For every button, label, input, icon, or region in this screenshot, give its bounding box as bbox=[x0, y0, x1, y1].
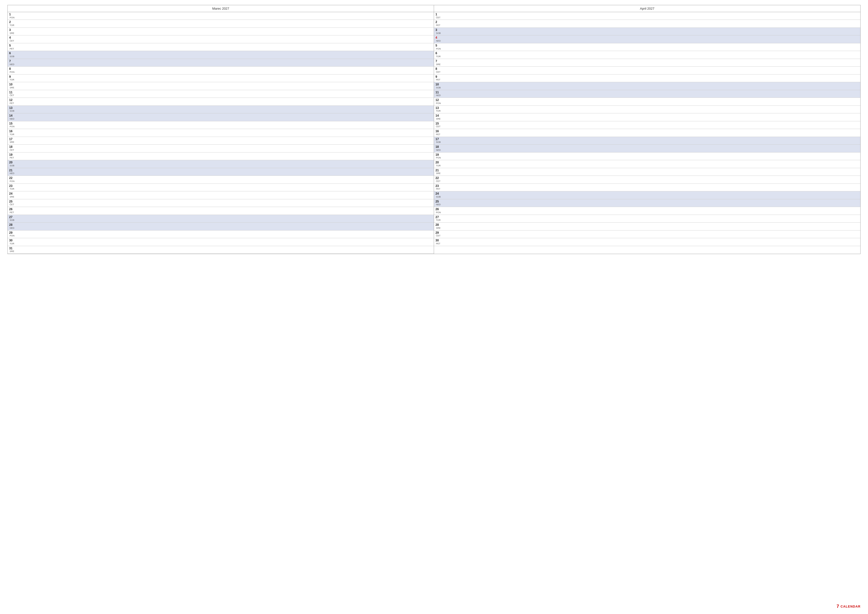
day-number: 21 bbox=[436, 169, 441, 173]
day-row: 1ČET bbox=[434, 12, 860, 20]
day-label: ČET bbox=[10, 40, 14, 43]
day-row: 26PET bbox=[8, 207, 434, 215]
day-info: 20TOR bbox=[436, 161, 441, 167]
day-row: 24SOB bbox=[434, 191, 860, 199]
day-row: 28SRE bbox=[434, 222, 860, 230]
day-row: 29PON bbox=[8, 230, 434, 238]
day-info: 17SOB bbox=[436, 137, 441, 144]
day-row: 31SRE bbox=[8, 246, 434, 254]
day-number: 20 bbox=[9, 161, 14, 165]
day-row: 9PET bbox=[434, 75, 860, 82]
day-label: PON bbox=[436, 48, 441, 51]
day-info: 12PON bbox=[436, 98, 441, 105]
brand-icon: 7 bbox=[837, 604, 839, 609]
day-row: 22ČET bbox=[434, 176, 860, 183]
day-info: 14NED bbox=[9, 114, 14, 120]
day-label: PET bbox=[10, 102, 14, 105]
day-row: 13SOB bbox=[8, 106, 434, 113]
day-number: 30 bbox=[436, 239, 440, 242]
day-number: 2 bbox=[9, 20, 14, 24]
day-row: 30PET bbox=[434, 238, 860, 246]
day-number: 26 bbox=[436, 207, 441, 211]
day-label: PET bbox=[436, 188, 440, 191]
day-info: 19PET bbox=[9, 153, 14, 159]
day-label: TOR bbox=[436, 56, 441, 58]
day-number: 4 bbox=[436, 36, 441, 40]
day-label: SRE bbox=[10, 87, 14, 89]
month-col-1: April 20271ČET2PET3SOB4NED5PON6TOR7SRE8Č… bbox=[434, 5, 860, 254]
day-label: SRE bbox=[436, 172, 441, 175]
day-label: ČET bbox=[436, 180, 440, 183]
day-number: 24 bbox=[436, 192, 441, 196]
day-info: 26PON bbox=[436, 207, 441, 214]
day-label: TOR bbox=[10, 79, 14, 81]
day-number: 4 bbox=[9, 36, 14, 40]
day-label: PET bbox=[10, 211, 14, 214]
day-info: 14SRE bbox=[436, 114, 441, 120]
branding: 7 CALENDAR bbox=[837, 604, 860, 609]
day-info: 10SRE bbox=[9, 83, 14, 89]
day-number: 28 bbox=[436, 223, 441, 227]
day-info: 23PET bbox=[436, 184, 440, 191]
day-info: 31SRE bbox=[9, 247, 14, 253]
day-number: 17 bbox=[436, 137, 441, 141]
calendar-grid: Marec 20271PON2TOR3SRE4ČET5PET6SOB7NED8P… bbox=[8, 5, 860, 254]
day-label: SRE bbox=[436, 118, 441, 121]
day-row: 1PON bbox=[8, 12, 434, 20]
day-number: 26 bbox=[9, 207, 14, 211]
day-row: 20SOB bbox=[8, 160, 434, 168]
day-row: 3SOB bbox=[434, 28, 860, 36]
day-info: 10SOB bbox=[436, 83, 441, 89]
day-label: SOB bbox=[436, 32, 441, 35]
day-number: 23 bbox=[436, 184, 440, 188]
day-info: 16TOR bbox=[9, 129, 14, 136]
day-info: 15ČET bbox=[436, 122, 440, 128]
day-label: PET bbox=[10, 48, 14, 51]
day-row: 27TOR bbox=[434, 215, 860, 222]
day-row: 16TOR bbox=[8, 129, 434, 137]
day-number: 30 bbox=[9, 239, 14, 242]
day-info: 13SOB bbox=[9, 106, 14, 113]
month-header-1: April 2027 bbox=[434, 5, 860, 12]
day-info: 16PET bbox=[436, 129, 440, 136]
day-number: 8 bbox=[436, 67, 440, 71]
day-label: PET bbox=[436, 79, 440, 81]
day-number: 6 bbox=[436, 51, 441, 56]
day-number: 14 bbox=[436, 114, 441, 118]
day-row: 23PET bbox=[434, 184, 860, 191]
day-row: 7NED bbox=[8, 59, 434, 67]
day-row: 15PON bbox=[8, 121, 434, 129]
day-info: 2PET bbox=[436, 20, 440, 27]
day-info: 8PON bbox=[9, 67, 15, 73]
day-info: 9PET bbox=[436, 75, 440, 81]
day-info: 15PON bbox=[9, 122, 15, 128]
day-row: 8PON bbox=[8, 67, 434, 74]
day-number: 6 bbox=[9, 51, 14, 56]
day-info: 21SRE bbox=[436, 169, 441, 175]
day-label: TOR bbox=[10, 134, 14, 136]
day-row: 2TOR bbox=[8, 20, 434, 28]
day-info: 11NED bbox=[436, 91, 441, 97]
month-header-0: Marec 2027 bbox=[8, 5, 434, 12]
day-number: 15 bbox=[436, 122, 440, 126]
day-number: 5 bbox=[9, 44, 14, 48]
day-row: 18NED bbox=[434, 145, 860, 152]
day-info: 3SRE bbox=[9, 28, 14, 35]
day-info: 24SOB bbox=[436, 192, 441, 198]
day-number: 10 bbox=[436, 83, 441, 87]
day-number: 28 bbox=[9, 223, 14, 227]
day-row: 20TOR bbox=[434, 160, 860, 168]
day-number: 20 bbox=[436, 161, 441, 165]
day-info: 22PON bbox=[9, 176, 15, 183]
day-info: 4ČET bbox=[9, 36, 14, 42]
day-info: 28SRE bbox=[436, 223, 441, 230]
day-label: PET bbox=[436, 24, 440, 27]
day-label: ČET bbox=[436, 235, 440, 238]
day-number: 24 bbox=[9, 192, 14, 196]
day-row: 29ČET bbox=[434, 230, 860, 238]
day-row: 15ČET bbox=[434, 121, 860, 129]
day-label: SOB bbox=[436, 141, 441, 144]
day-label: TOR bbox=[436, 165, 441, 167]
day-number: 9 bbox=[9, 75, 14, 79]
day-number: 3 bbox=[436, 28, 441, 32]
